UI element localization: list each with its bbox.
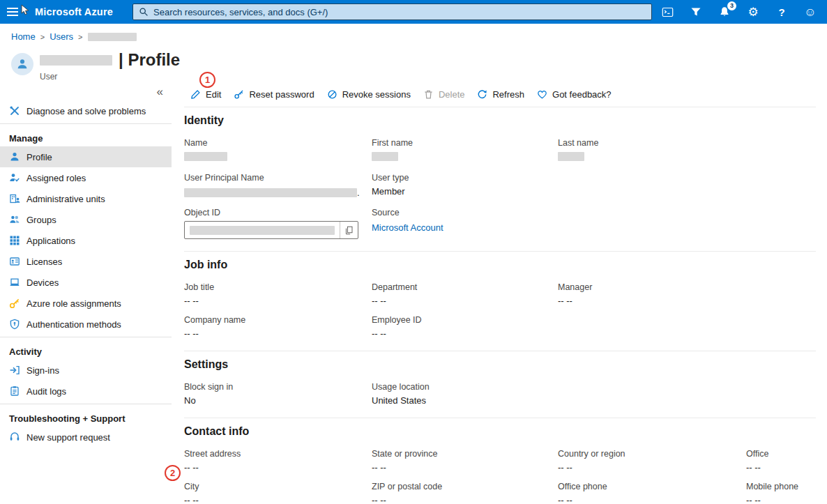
azure-brand[interactable]: Microsoft Azure xyxy=(35,6,113,17)
field-employee-id: Employee ID -- -- xyxy=(372,315,558,339)
sidebar-item-administrative-units[interactable]: Administrative units xyxy=(0,188,172,209)
field-source: Source Microsoft Account xyxy=(372,208,558,239)
sidebar-item-licenses[interactable]: Licenses xyxy=(0,251,172,272)
source-microsoft-account-link[interactable]: Microsoft Account xyxy=(372,222,443,233)
field-label: Block sign in xyxy=(184,382,372,392)
copy-button[interactable] xyxy=(340,222,358,238)
revoke-sessions-button[interactable]: Revoke sessions xyxy=(321,86,417,102)
sidebar-item-label: Groups xyxy=(26,215,56,225)
sidebar-item-label: Authentication methods xyxy=(26,319,121,330)
topbar-icons: 3 ⚙ ? ☺ xyxy=(660,0,817,24)
breadcrumb-users-link[interactable]: Users xyxy=(50,31,73,42)
sidebar-item-label: Diagnose and solve problems xyxy=(26,106,146,116)
button-label: Reset password xyxy=(249,89,314,100)
field-object-id: Object ID xyxy=(184,208,372,239)
sidebar-item-profile[interactable]: Profile xyxy=(0,146,172,167)
job-info-section-title: Job info xyxy=(184,259,816,271)
field-value: United States xyxy=(372,395,558,406)
sidebar-item-sign-ins[interactable]: Sign-ins xyxy=(0,360,172,381)
redacted-value xyxy=(184,152,227,161)
field-city: City -- -- xyxy=(184,482,372,504)
settings-gear-icon[interactable]: ⚙ xyxy=(746,5,760,19)
page-header: | Profile User xyxy=(11,50,180,82)
cloud-shell-icon[interactable] xyxy=(660,5,674,19)
breadcrumb-home-link[interactable]: Home xyxy=(11,31,36,42)
field-label: Job title xyxy=(184,282,372,292)
field-value: -- -- xyxy=(372,495,558,504)
field-label: Name xyxy=(184,138,372,148)
directory-filter-icon[interactable] xyxy=(689,5,703,19)
got-feedback-button[interactable]: Got feedback? xyxy=(531,86,618,102)
sidebar-item-devices[interactable]: Devices xyxy=(0,272,172,293)
field-block-sign-in: Block sign in No xyxy=(184,382,372,406)
notification-count-badge: 3 xyxy=(727,1,736,10)
field-value: -- -- xyxy=(372,296,558,306)
top-bar: Microsoft Azure 3 ⚙ xyxy=(0,0,827,24)
refresh-button[interactable]: Refresh xyxy=(471,86,531,102)
breadcrumb: Home > Users > xyxy=(11,31,137,42)
sidebar-item-diagnose[interactable]: Diagnose and solve problems xyxy=(0,100,172,121)
help-icon[interactable]: ? xyxy=(775,5,789,19)
contact-info-section-title: Contact info xyxy=(184,425,816,438)
field-state-province: State or province -- -- xyxy=(372,449,558,473)
annotation-step-2: 2 xyxy=(165,465,181,481)
global-search[interactable] xyxy=(132,3,652,20)
field-label: Object ID xyxy=(184,208,372,217)
field-value: -- -- xyxy=(558,495,746,504)
annotation-step-1: 1 xyxy=(199,72,215,88)
field-label: Country or region xyxy=(558,449,746,459)
key-icon xyxy=(9,298,20,309)
field-user-principal-name: User Principal Name . xyxy=(184,173,372,199)
sidebar-item-assigned-roles[interactable]: Assigned roles xyxy=(0,167,172,188)
field-label: ZIP or postal code xyxy=(372,482,558,491)
field-office-phone: Office phone -- -- xyxy=(558,482,746,504)
object-id-input[interactable] xyxy=(184,221,358,239)
field-value: -- -- xyxy=(184,462,372,473)
person-icon xyxy=(16,58,29,70)
field-value: -- -- xyxy=(184,495,372,504)
field-last-name: Last name xyxy=(558,138,816,164)
command-toolbar: Edit Reset password Revoke sessions xyxy=(184,82,816,107)
sidebar-collapse-button[interactable]: « xyxy=(157,86,163,98)
sidebar-item-authentication-methods[interactable]: Authentication methods xyxy=(0,314,172,335)
sidebar-item-label: Applications xyxy=(26,236,75,246)
sidebar-item-applications[interactable]: Applications xyxy=(0,230,172,251)
user-name-redacted xyxy=(40,55,112,66)
administrative-units-icon xyxy=(9,193,20,204)
trash-icon xyxy=(423,89,434,100)
field-value: -- -- xyxy=(558,296,816,306)
field-company-name: Company name -- -- xyxy=(184,315,372,339)
sidebar-item-groups[interactable]: Groups xyxy=(0,209,172,230)
sidebar-item-new-support-request[interactable]: New support request xyxy=(0,427,172,448)
feedback-smiley-icon[interactable]: ☺ xyxy=(803,5,817,19)
sidebar-item-audit-logs[interactable]: Audit logs xyxy=(0,381,172,402)
notifications-bell-icon[interactable]: 3 xyxy=(718,5,731,19)
sign-ins-icon xyxy=(9,365,20,376)
field-value: -- -- xyxy=(372,462,558,473)
search-input[interactable] xyxy=(153,7,646,17)
field-department: Department -- -- xyxy=(372,282,558,306)
field-label: Office phone xyxy=(558,482,746,491)
settings-section-title: Settings xyxy=(184,358,816,371)
sidebar-item-label: Assigned roles xyxy=(26,173,86,183)
reset-password-button[interactable]: Reset password xyxy=(227,86,320,102)
groups-icon xyxy=(9,214,20,225)
edit-button[interactable]: Edit xyxy=(184,86,227,102)
field-value: -- -- xyxy=(372,328,558,339)
field-country-region: Country or region -- -- xyxy=(558,449,746,473)
field-label: Mobile phone xyxy=(746,482,816,491)
sidebar-item-label: Devices xyxy=(26,277,59,288)
field-value: Member xyxy=(372,186,558,197)
redacted-value xyxy=(372,152,398,161)
settings-section: Settings Block sign in No Usage location… xyxy=(184,351,816,418)
sidebar-item-azure-role-assignments[interactable]: Azure role assignments xyxy=(0,293,172,314)
field-value: -- -- xyxy=(746,462,816,473)
copy-icon xyxy=(344,226,354,235)
reset-password-key-icon xyxy=(234,89,244,100)
sidebar-item-label: Profile xyxy=(26,152,52,162)
page-subtitle: User xyxy=(40,72,180,82)
field-mobile-phone: Mobile phone -- -- xyxy=(746,482,816,504)
field-label: First name xyxy=(372,138,558,148)
revoke-block-icon xyxy=(327,89,337,100)
delete-button[interactable]: Delete xyxy=(417,86,471,102)
